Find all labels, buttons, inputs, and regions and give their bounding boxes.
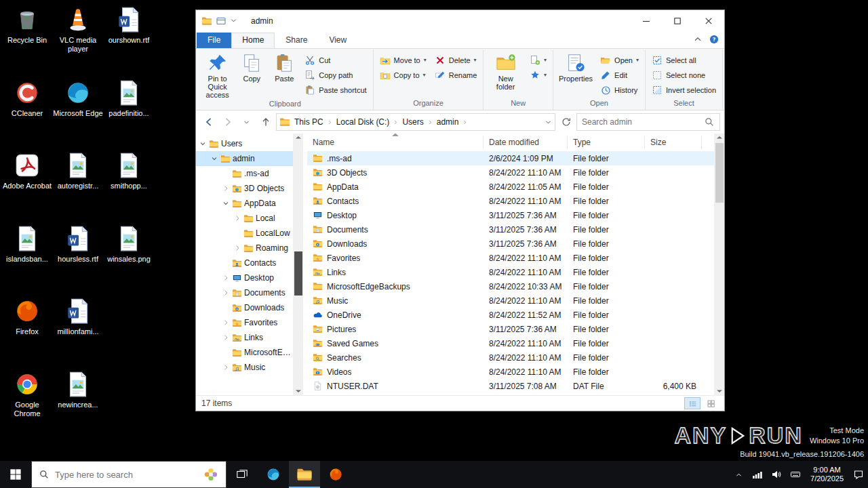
close-button[interactable]: [693, 10, 724, 31]
select-all-button[interactable]: Select all: [648, 53, 719, 67]
tree-item-roaming[interactable]: Roaming: [196, 241, 293, 256]
breadcrumb-separator-icon[interactable]: [393, 119, 399, 126]
tree-expander-icon[interactable]: [210, 155, 218, 163]
large-icons-view-button[interactable]: [703, 397, 719, 409]
tree-item-music[interactable]: Music: [196, 360, 293, 375]
cut-button[interactable]: Cut: [301, 53, 370, 67]
input-indicator-button[interactable]: [786, 461, 805, 488]
explorer-search-icon[interactable]: [704, 117, 715, 127]
file-row-favorites[interactable]: Favorites8/24/2022 11:10 AMFile folder: [307, 251, 714, 265]
column-header-type[interactable]: Type: [568, 136, 645, 149]
tree-item-contacts[interactable]: Contacts: [196, 256, 293, 270]
tree-item-users[interactable]: Users: [196, 136, 293, 151]
file-row-appdata[interactable]: AppData8/24/2022 11:05 AMFile folder: [307, 180, 714, 194]
file-row-documents[interactable]: Documents3/11/2025 7:36 AMFile folder: [307, 222, 714, 237]
paste-button[interactable]: Paste: [269, 51, 300, 99]
select-none-button[interactable]: Select none: [648, 68, 719, 82]
minimize-ribbon-icon[interactable]: [693, 35, 703, 44]
file-row-music[interactable]: Music8/24/2022 11:10 AMFile folder: [307, 293, 714, 308]
edit-button[interactable]: Edit: [597, 68, 642, 82]
open-button[interactable]: Open▾: [597, 53, 642, 67]
quick-access-toolbar-icon[interactable]: [216, 16, 226, 26]
tree-item-documents[interactable]: Documents: [196, 285, 293, 300]
tree-expander-icon[interactable]: [222, 319, 230, 327]
tree-expander-icon[interactable]: [222, 333, 230, 342]
navigation-scrollbar[interactable]: [293, 134, 303, 395]
copy-button[interactable]: Copy: [236, 51, 267, 99]
scroll-down-icon[interactable]: [296, 390, 301, 393]
navigation-scrollbar-thumb[interactable]: [294, 251, 302, 296]
tree-item-locallow[interactable]: LocalLow: [196, 226, 293, 241]
breadcrumb-separator-icon[interactable]: [462, 119, 468, 126]
desktop-icon-newincrea[interactable]: newincrea...: [53, 370, 103, 409]
breadcrumb-users[interactable]: Users: [399, 117, 427, 127]
taskbar-search-input[interactable]: [55, 470, 197, 480]
explorer-search-input[interactable]: [582, 117, 700, 127]
copy-to-button[interactable]: Copy to▾: [376, 68, 430, 82]
file-row-desktop[interactable]: Desktop3/11/2025 7:36 AMFile folder: [307, 208, 714, 222]
desktop-icon-firefox[interactable]: Firefox: [2, 297, 52, 336]
file-list-scrollbar-thumb[interactable]: [715, 143, 724, 203]
file-row-links[interactable]: Links8/24/2022 11:10 AMFile folder: [307, 265, 714, 279]
tab-share[interactable]: Share: [275, 33, 318, 48]
tree-item-links[interactable]: Links: [196, 330, 293, 345]
tree-expander-icon[interactable]: [222, 199, 230, 207]
notification-center-button[interactable]: [849, 461, 868, 488]
column-header-name[interactable]: Name: [307, 136, 484, 149]
file-row-downloads[interactable]: Downloads3/11/2025 7:36 AMFile folder: [307, 237, 714, 251]
file-row-searches[interactable]: Searches8/24/2022 11:10 AMFile folder: [307, 350, 714, 365]
network-button[interactable]: [748, 461, 767, 488]
scroll-up-icon[interactable]: [717, 136, 722, 139]
breadcrumb-local-disk-c[interactable]: Local Disk (C:): [333, 117, 393, 127]
tree-item-3d-objects[interactable]: 3D Objects: [196, 181, 293, 196]
breadcrumb-this-pc[interactable]: This PC: [291, 117, 327, 127]
titlebar[interactable]: admin: [196, 10, 724, 31]
scroll-down-icon[interactable]: [717, 390, 722, 393]
desktop-icon-ourshown-rtf[interactable]: ourshown.rtf: [104, 5, 154, 45]
desktop-icon-google-chrome[interactable]: Google Chrome: [2, 370, 52, 418]
properties-button[interactable]: Properties: [556, 51, 595, 98]
file-row-microsoftedgebackups[interactable]: MicrosoftEdgeBackups8/24/2022 10:33 AMFi…: [307, 279, 714, 293]
paste-shortcut-button[interactable]: Paste shortcut: [301, 83, 370, 97]
tree-item-microsoftedgebackups[interactable]: MicrosoftEdgeBackups: [196, 345, 293, 360]
forward-button[interactable]: [219, 114, 236, 130]
task-view-button[interactable]: [226, 461, 258, 488]
taskbar-clock[interactable]: 9:00 AM 7/20/2025: [805, 466, 849, 483]
desktop-icon-hoursless-rtf[interactable]: hoursless.rtf: [53, 224, 103, 264]
scroll-up-icon[interactable]: [296, 136, 301, 139]
tree-expander-icon[interactable]: [199, 140, 207, 148]
column-header-date-modified[interactable]: Date modified: [484, 136, 568, 149]
breadcrumb-separator-icon[interactable]: [327, 119, 333, 126]
copy-path-button[interactable]: Copy path: [301, 68, 370, 82]
tray-expand-button[interactable]: [729, 461, 748, 488]
file-row-ms-ad[interactable]: .ms-ad2/6/2024 1:09 PMFile folder: [307, 151, 714, 165]
breadcrumb-admin[interactable]: admin: [433, 117, 462, 127]
desktop-icon-smithopp[interactable]: smithopp...: [104, 151, 154, 190]
delete-button[interactable]: Delete▾: [431, 53, 481, 67]
tree-expander-icon[interactable]: [222, 274, 230, 282]
tree-expander-icon[interactable]: [233, 214, 241, 222]
file-row-videos[interactable]: Videos8/24/2022 11:10 AMFile folder: [307, 365, 714, 379]
help-icon[interactable]: ?: [709, 35, 719, 44]
start-button[interactable]: [0, 461, 31, 488]
file-row-contacts[interactable]: Contacts8/24/2022 11:10 AMFile folder: [307, 194, 714, 208]
details-view-button[interactable]: [684, 397, 701, 409]
new-item-button[interactable]: ▾: [526, 53, 550, 67]
file-list-scrollbar[interactable]: [714, 134, 724, 395]
taskbar-search[interactable]: [31, 461, 226, 488]
desktop-icon-vlc-media-player[interactable]: VLC media player: [53, 5, 103, 54]
desktop-icon-recycle-bin[interactable]: Recycle Bin: [2, 5, 52, 45]
tree-expander-icon[interactable]: [233, 244, 241, 252]
rename-button[interactable]: Rename: [431, 68, 481, 82]
tree-item-downloads[interactable]: Downloads: [196, 300, 293, 315]
tree-item-ms-ad[interactable]: .ms-ad: [196, 166, 293, 181]
file-row-pictures[interactable]: Pictures3/11/2025 7:36 AMFile folder: [307, 322, 714, 336]
column-header-size[interactable]: Size: [645, 136, 702, 149]
desktop-icon-islandsban[interactable]: islandsban...: [2, 224, 52, 264]
taskbar-explorer-button[interactable]: [289, 461, 320, 488]
refresh-button[interactable]: [557, 114, 574, 130]
tree-item-local[interactable]: Local: [196, 211, 293, 226]
invert-selection-button[interactable]: Invert selection: [648, 83, 719, 97]
tree-expander-icon[interactable]: [222, 363, 230, 371]
file-row-onedrive[interactable]: OneDrive8/24/2022 11:52 AMFile folder: [307, 308, 714, 322]
